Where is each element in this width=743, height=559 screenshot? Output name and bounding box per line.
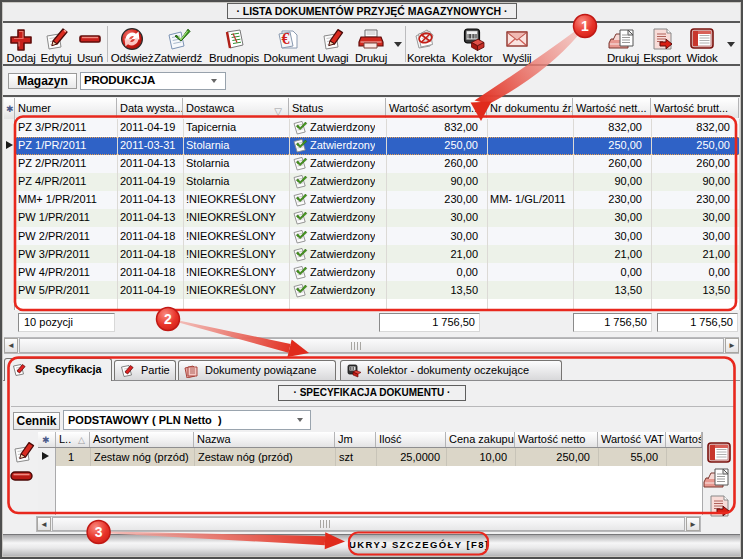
svg-text:€: € [282, 30, 290, 47]
